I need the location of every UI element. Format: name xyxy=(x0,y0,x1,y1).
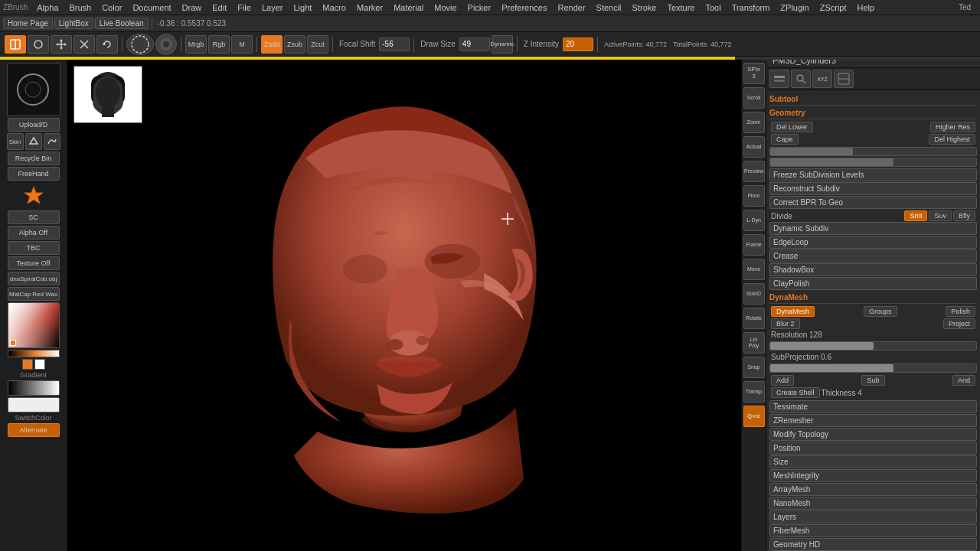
subdiv-slider[interactable] xyxy=(769,147,977,156)
project-btn[interactable]: Project xyxy=(943,318,975,329)
edgeloop-btn[interactable]: EdgeLoop xyxy=(769,236,977,249)
focal-shift-input[interactable] xyxy=(379,37,410,51)
move-icon-btn[interactable]: Move xyxy=(743,259,765,280)
recycle-bin-btn[interactable]: Recycle Bin xyxy=(8,152,60,165)
lightbox-btn[interactable]: LightBox xyxy=(54,18,93,29)
nanomesh-btn[interactable]: NanoMesh xyxy=(769,497,977,510)
menu-edit[interactable]: Edit xyxy=(207,2,231,13)
scroll-btn[interactable]: Scroll xyxy=(743,87,765,109)
menu-tool[interactable]: Tool xyxy=(701,2,725,13)
mrgb-btn[interactable]: Mrgb xyxy=(185,35,207,54)
draw-size-input[interactable] xyxy=(459,37,490,51)
zoom-btn[interactable]: Zoom xyxy=(743,112,765,133)
linpoly-btn[interactable]: LinPoly xyxy=(743,332,765,354)
rotate-btn[interactable] xyxy=(96,35,118,54)
suv-btn[interactable]: Suv xyxy=(929,210,952,221)
brush-thumbnail[interactable] xyxy=(7,63,60,116)
crease-btn[interactable]: Crease xyxy=(769,249,977,262)
del-highest-btn[interactable]: Del Highest xyxy=(929,134,975,145)
color-swatch-white[interactable] xyxy=(34,359,45,370)
blur-btn[interactable]: Blur 2 xyxy=(771,318,800,329)
xyz-btn[interactable]: XYZ xyxy=(812,70,832,88)
meshintegrity-btn[interactable]: MeshIntegrity xyxy=(769,469,977,482)
subdiv-slider2[interactable] xyxy=(769,158,977,167)
menu-color[interactable]: Color xyxy=(97,2,126,13)
menu-material[interactable]: Material xyxy=(389,2,428,13)
higher-res-btn[interactable]: Higher Res xyxy=(930,122,975,132)
menu-marker[interactable]: Marker xyxy=(352,2,387,13)
zsketchup-btn[interactable] xyxy=(25,133,42,150)
tessimate-btn[interactable]: Tessimate xyxy=(769,400,977,413)
menu-preferences[interactable]: Preferences xyxy=(497,2,551,13)
modify-topology-btn[interactable]: Modify Topology xyxy=(769,428,977,441)
add-btn[interactable]: Add xyxy=(771,375,794,386)
main-viewport[interactable] xyxy=(67,60,741,551)
qviz-btn[interactable]: Qviz xyxy=(743,406,765,427)
rgb-btn[interactable]: Rgb xyxy=(208,35,230,54)
claypolish-btn[interactable]: ClayPolish xyxy=(769,277,977,290)
upload-btn[interactable]: Upload/D xyxy=(8,118,60,132)
and-btn[interactable]: And xyxy=(952,375,975,386)
menu-document[interactable]: Document xyxy=(128,2,175,13)
smt-btn[interactable]: Smt xyxy=(904,210,927,221)
floor-view-btn[interactable] xyxy=(834,70,854,88)
arraymesh-btn[interactable]: ArrayMesh xyxy=(769,483,977,496)
menu-layer[interactable]: Layer xyxy=(257,2,288,13)
shadowbox-btn[interactable]: ShadowBox xyxy=(769,263,977,276)
floor-btn[interactable]: Floor xyxy=(743,185,765,207)
home-page-btn[interactable]: Home Page xyxy=(3,18,53,29)
menu-help[interactable]: Help xyxy=(853,2,880,13)
create-shell-btn[interactable]: Create Shell xyxy=(771,387,820,398)
draw-btn[interactable] xyxy=(28,35,49,54)
zremesher-btn[interactable]: ZRemesher xyxy=(769,414,977,427)
resolution-slider[interactable] xyxy=(769,341,977,350)
cape-btn[interactable]: Cape xyxy=(771,134,799,145)
menu-stroke[interactable]: Stroke xyxy=(628,2,662,13)
zadd-btn[interactable]: Zadd xyxy=(261,35,283,54)
alpha-sc-btn[interactable]: SC xyxy=(8,210,60,224)
color-gradient-bar[interactable] xyxy=(8,350,60,357)
gradient-preview[interactable] xyxy=(8,380,60,396)
menu-file[interactable]: File xyxy=(233,2,256,13)
move-btn[interactable] xyxy=(51,35,72,54)
menu-zplugin[interactable]: ZPlugin xyxy=(776,2,813,13)
skin-btn[interactable]: Skin xyxy=(7,133,24,150)
favorites-btn[interactable] xyxy=(7,182,60,209)
alternate-btn[interactable]: Alternate xyxy=(8,423,60,437)
m-btn[interactable]: M xyxy=(231,35,253,54)
freehand-label-btn[interactable]: FreeHand xyxy=(8,167,60,181)
snap-btn[interactable]: Snap xyxy=(743,357,765,378)
menu-zscript[interactable]: ZScript xyxy=(815,2,851,13)
spix-btn[interactable]: SPix3 xyxy=(743,63,765,84)
groups-btn[interactable]: Groups xyxy=(864,306,897,317)
layers-btn[interactable]: Layers xyxy=(769,510,977,523)
scale-btn[interactable] xyxy=(74,35,95,54)
fibermesh-btn[interactable]: FiberMesh xyxy=(769,524,977,537)
subprojection-slider[interactable] xyxy=(769,364,977,373)
sub-btn[interactable]: Sub xyxy=(861,375,884,386)
actual-btn[interactable]: Actual xyxy=(743,136,765,158)
switchcolor-preview[interactable] xyxy=(8,397,60,412)
tbc-btn[interactable]: TBC xyxy=(8,241,60,255)
menu-transform[interactable]: Transform xyxy=(727,2,775,13)
menu-stencil[interactable]: Stencil xyxy=(592,2,626,13)
lower-res-btn[interactable]: Del Lower xyxy=(771,122,813,132)
subtool-layers-btn[interactable] xyxy=(769,70,789,88)
menu-picker[interactable]: Picker xyxy=(463,2,496,13)
dynamic-btn[interactable]: Dynamic xyxy=(492,35,513,54)
color-swatch-orange[interactable] xyxy=(22,359,33,370)
reconstruct-subdiv-btn[interactable]: Reconstruct Subdiv xyxy=(769,182,977,195)
frame-btn[interactable]: Frame xyxy=(743,234,765,256)
matcap-btn[interactable]: MatCap Red Wax xyxy=(8,287,60,301)
dna-btn[interactable]: dnaSpiralCob.obj xyxy=(8,272,60,285)
bfly-btn[interactable]: Bfly xyxy=(953,210,975,221)
live-boolean-btn[interactable]: Live Boolean xyxy=(95,18,149,29)
brush-mode-btn[interactable] xyxy=(155,34,177,55)
zcut-btn[interactable]: Zcut xyxy=(307,35,328,54)
geometry-hd-btn[interactable]: Geometry HD xyxy=(769,538,977,551)
zsub-btn[interactable]: Zsub xyxy=(284,35,305,54)
transp-btn[interactable]: Transp xyxy=(743,381,765,403)
freeze-subdiv-btn[interactable]: Freeze SubDivision Levels xyxy=(769,168,977,181)
z-intensity-input[interactable] xyxy=(563,37,593,51)
texture-off-btn[interactable]: Texture Off xyxy=(8,256,60,270)
